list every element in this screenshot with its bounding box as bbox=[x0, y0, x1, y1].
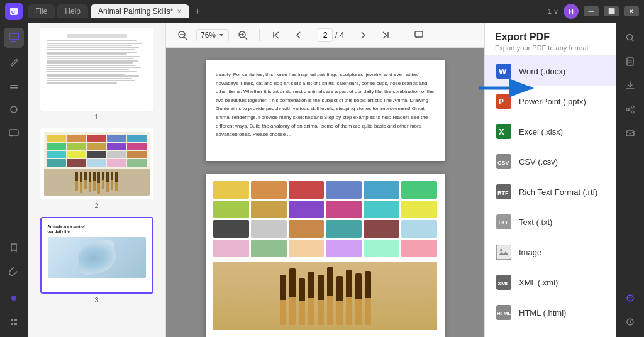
svg-point-8 bbox=[11, 296, 16, 301]
export-item-rtf[interactable]: RTF Rich Text Format (.rtf) bbox=[485, 177, 616, 207]
sidebar-icon-home[interactable] bbox=[4, 28, 24, 48]
separator bbox=[259, 29, 260, 41]
svg-point-6 bbox=[11, 106, 17, 113]
export-label-html: HTML (.html) bbox=[519, 308, 566, 318]
main-container: 1 bbox=[0, 23, 644, 337]
separator2 bbox=[402, 29, 402, 41]
thumbnail-page-1[interactable]: 1 bbox=[33, 28, 160, 121]
thumb-frame-2 bbox=[40, 128, 153, 199]
zoom-in-button[interactable] bbox=[234, 26, 252, 44]
export-label-word: Word (.docx) bbox=[519, 67, 565, 76]
right-icon-pages[interactable] bbox=[620, 52, 640, 72]
right-sidebar bbox=[616, 23, 644, 337]
main-text-content: beauty. For centuries, this horse has in… bbox=[216, 70, 435, 139]
page-nav[interactable]: 1 ∨ bbox=[548, 8, 558, 16]
export-header: Export PDF Export your PDF to any format bbox=[485, 23, 616, 56]
first-page-button[interactable] bbox=[267, 26, 285, 44]
right-icon-mail[interactable] bbox=[620, 123, 640, 143]
page3-preview: Animals are a part ofour daily life bbox=[44, 221, 150, 290]
export-item-excel[interactable]: X Excel (.xlsx) bbox=[485, 116, 616, 146]
export-item-xml[interactable]: XML XML (.xml) bbox=[485, 267, 616, 297]
sidebar-icon-highlight[interactable] bbox=[4, 75, 24, 96]
export-label-rtf: Rich Text Format (.rtf) bbox=[519, 187, 597, 197]
thumb-label-2: 2 bbox=[94, 202, 98, 209]
next-page-button[interactable] bbox=[354, 26, 372, 44]
minimize-button[interactable]: — bbox=[584, 6, 599, 16]
comment-button[interactable] bbox=[410, 26, 428, 44]
tab-document[interactable]: Animal Painting Skills* ✕ bbox=[91, 4, 189, 18]
svg-rect-39 bbox=[627, 58, 633, 65]
right-icon-search[interactable] bbox=[620, 28, 640, 48]
right-icon-palette[interactable] bbox=[620, 288, 640, 308]
svg-rect-48 bbox=[626, 131, 634, 136]
page1-text-preview bbox=[44, 31, 150, 107]
svg-line-10 bbox=[184, 37, 187, 40]
zoom-level[interactable]: 76% bbox=[196, 29, 229, 41]
window-controls: 1 ∨ H — ⬜ ✕ bbox=[548, 4, 639, 19]
page-number-input[interactable]: 2 bbox=[318, 28, 333, 42]
avatar[interactable]: H bbox=[564, 4, 579, 19]
svg-point-32 bbox=[500, 249, 502, 251]
txt-icon: TXT bbox=[495, 213, 513, 231]
thumb-img-1 bbox=[44, 31, 150, 107]
thumbnail-page-3[interactable]: Animals are a part ofour daily life 3 bbox=[33, 217, 160, 304]
svg-text:XML: XML bbox=[497, 280, 510, 287]
content-area[interactable]: beauty. For centuries, this horse has in… bbox=[166, 48, 484, 337]
sidebar-icon-shapes[interactable] bbox=[4, 99, 24, 119]
excel-icon: X bbox=[495, 123, 513, 140]
export-panel: Export PDF Export your PDF to any format… bbox=[484, 23, 616, 337]
csv-icon: CSV bbox=[495, 153, 513, 170]
last-page-button[interactable] bbox=[377, 26, 394, 44]
tab-help[interactable]: Help bbox=[57, 4, 88, 18]
thumb-img-2 bbox=[44, 132, 150, 196]
html-icon: HTML bbox=[495, 304, 513, 321]
app-logo: U bbox=[5, 3, 23, 20]
svg-text:TXT: TXT bbox=[497, 219, 509, 226]
sidebar-icon-extra1[interactable] bbox=[4, 288, 24, 308]
sidebar-icon-bookmark[interactable] bbox=[4, 238, 24, 258]
tab-add-btn[interactable]: + bbox=[194, 6, 200, 17]
tab-close-btn[interactable]: ✕ bbox=[177, 8, 182, 15]
maximize-button[interactable]: ⬜ bbox=[604, 6, 619, 16]
sidebar-icon-comment[interactable] bbox=[4, 123, 24, 143]
sidebar-icon-attach[interactable] bbox=[4, 262, 24, 282]
thumb-label-1: 1 bbox=[94, 113, 98, 121]
svg-line-47 bbox=[629, 110, 631, 111]
right-icon-share[interactable] bbox=[620, 99, 640, 119]
top-bar: U File Help Animal Painting Skills* ✕ + … bbox=[0, 0, 644, 23]
export-label-excel: Excel (.xlsx) bbox=[519, 127, 563, 136]
page-total: 4 bbox=[340, 31, 344, 40]
export-title: Export PDF bbox=[495, 31, 606, 43]
svg-rect-7 bbox=[9, 130, 18, 136]
page3-preview-image bbox=[48, 237, 146, 278]
tab-file[interactable]: File bbox=[28, 4, 55, 18]
sidebar-icon-extra2[interactable] bbox=[4, 312, 24, 332]
paint-palette-grid bbox=[213, 181, 437, 257]
export-item-image[interactable]: Image bbox=[485, 237, 616, 267]
page3-preview-title: Animals are a part ofour daily life bbox=[48, 224, 146, 235]
left-sidebar bbox=[0, 23, 28, 337]
tab-bar: File Help Animal Painting Skills* ✕ + bbox=[28, 4, 548, 18]
svg-point-43 bbox=[631, 106, 634, 108]
close-button[interactable]: ✕ bbox=[624, 6, 639, 16]
thumb-frame-3: Animals are a part ofour daily life bbox=[40, 217, 153, 294]
pdf-page-text: beauty. For centuries, this horse has in… bbox=[206, 60, 445, 161]
export-item-csv[interactable]: CSV CSV (.csv) bbox=[485, 146, 616, 177]
zoom-out-button[interactable] bbox=[174, 26, 191, 44]
thumb-label-3: 3 bbox=[94, 296, 98, 304]
export-subtitle: Export your PDF to any format bbox=[495, 44, 606, 52]
export-item-html[interactable]: HTML HTML (.html) bbox=[485, 297, 616, 328]
right-icon-download[interactable] bbox=[620, 75, 640, 96]
rtf-icon: RTF bbox=[495, 183, 513, 201]
page-control: 2 / 4 bbox=[318, 28, 344, 42]
thumbnail-page-2[interactable]: 2 bbox=[33, 128, 160, 209]
svg-point-50 bbox=[628, 297, 630, 298]
prev-page-button[interactable] bbox=[290, 26, 308, 44]
svg-rect-31 bbox=[496, 245, 511, 260]
sidebar-icon-pen[interactable] bbox=[4, 52, 24, 72]
svg-text:HTML: HTML bbox=[497, 311, 511, 316]
right-icon-extra[interactable] bbox=[620, 312, 640, 332]
export-item-txt[interactable]: TXT Text (.txt) bbox=[485, 207, 616, 237]
svg-text:X: X bbox=[499, 127, 504, 136]
page-separator: / bbox=[335, 31, 337, 40]
